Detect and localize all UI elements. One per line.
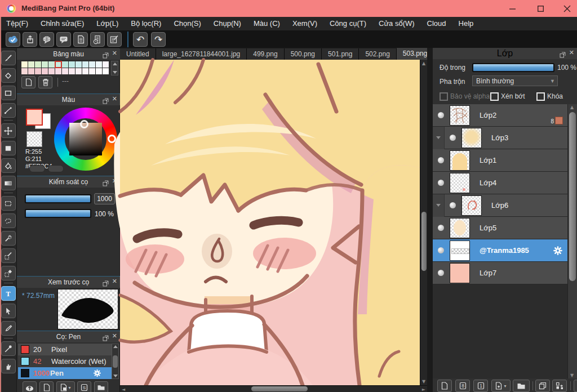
- tool-select-eraser[interactable]: [1, 266, 16, 280]
- color-mode-button-1[interactable]: [29, 165, 45, 172]
- close-icon[interactable]: ✕: [112, 95, 117, 103]
- new-layer-button[interactable]: [437, 380, 452, 392]
- tool-eraser[interactable]: [1, 68, 16, 83]
- foreground-color-swatch[interactable]: [26, 109, 43, 126]
- tool-soft-eraser[interactable]: [1, 321, 16, 336]
- hue-wheel[interactable]: [54, 108, 117, 171]
- scroll-up-icon[interactable]: ▲: [422, 61, 425, 66]
- palette-swatch-selected[interactable]: [55, 61, 61, 68]
- palette-swatch[interactable]: [103, 61, 109, 68]
- palette-swatch[interactable]: [69, 61, 75, 68]
- scroll-left-icon[interactable]: ◄: [122, 387, 125, 392]
- brush-folder-button[interactable]: [94, 381, 108, 392]
- tool-magic-wand[interactable]: [1, 231, 16, 246]
- palette-swatch[interactable]: [48, 61, 55, 68]
- brush-opacity-slider[interactable]: [25, 209, 91, 218]
- menu-cloud[interactable]: Cloud: [421, 17, 452, 30]
- tab-499[interactable]: 499.png: [247, 48, 284, 60]
- menu-view[interactable]: Xem(V): [286, 17, 323, 30]
- palette-swatch[interactable]: [28, 68, 34, 74]
- layer-folder-button[interactable]: [513, 380, 530, 392]
- merge-layer-button[interactable]: [552, 380, 567, 392]
- transparent-color-swatch[interactable]: [26, 131, 42, 147]
- canvas-viewport[interactable]: [120, 60, 420, 385]
- tab-501[interactable]: 501.png: [322, 48, 359, 60]
- palette-swatch[interactable]: [42, 61, 48, 68]
- palette-swatch[interactable]: [35, 61, 41, 68]
- blend-mode-select[interactable]: Bình thường ▼: [472, 75, 558, 86]
- tool-dot-pen[interactable]: [1, 103, 16, 118]
- cloud-sync-button[interactable]: [6, 32, 20, 47]
- palette-swatch[interactable]: [48, 68, 55, 74]
- tab-large-jpg[interactable]: large_1627811844001.jpg: [156, 48, 247, 60]
- layer-list-scrollbar[interactable]: ▲ ▼: [567, 104, 577, 378]
- palette-swatch[interactable]: [76, 61, 82, 68]
- menu-help[interactable]: Help: [452, 17, 480, 30]
- layer-row-tranma1985-selected[interactable]: @Tranma1985: [433, 239, 567, 262]
- brush-item-pen-selected[interactable]: 1000 Pen: [18, 367, 112, 379]
- tool-select-pen[interactable]: [1, 248, 16, 263]
- menu-select[interactable]: Chọn(S): [167, 17, 207, 30]
- lock-checkbox[interactable]: [536, 92, 545, 101]
- close-icon[interactable]: ✕: [569, 49, 574, 56]
- scrollbar-thumb[interactable]: [421, 212, 427, 271]
- new-8bit-layer-button[interactable]: 8: [455, 380, 470, 392]
- layer-settings-gear-icon[interactable]: [553, 246, 563, 258]
- layer-visibility-icon[interactable]: [438, 247, 444, 253]
- tool-move[interactable]: [1, 123, 16, 138]
- palette-swatch[interactable]: [55, 68, 61, 74]
- tool-eyedropper[interactable]: [1, 341, 16, 356]
- layer-visibility-icon[interactable]: [450, 202, 456, 208]
- menu-layer[interactable]: Lớp(L): [90, 17, 125, 30]
- undo-button[interactable]: ↶: [133, 32, 148, 47]
- layer-row-lop3[interactable]: Lớp3: [433, 127, 567, 149]
- menu-window[interactable]: Cửa sổ(W): [372, 17, 421, 30]
- minimize-button[interactable]: [499, 0, 525, 17]
- palette-swatch[interactable]: [62, 68, 68, 74]
- palette-swatch[interactable]: [76, 68, 82, 74]
- layer-visibility-icon[interactable]: [438, 270, 444, 276]
- menu-filter[interactable]: Bộ lọc(R): [125, 17, 167, 30]
- hue-indicator[interactable]: [108, 135, 116, 143]
- layer-visibility-icon[interactable]: [438, 157, 444, 163]
- close-icon[interactable]: ✕: [112, 50, 117, 57]
- new-palette-color-button[interactable]: [21, 76, 35, 88]
- brush-script-button[interactable]: S: [77, 381, 91, 392]
- brush-item-pixel[interactable]: 20 Pixel: [18, 344, 112, 355]
- comment-globe-button[interactable]: [39, 32, 54, 47]
- popout-icon[interactable]: [103, 96, 109, 106]
- scroll-down-icon[interactable]: ▼: [422, 379, 425, 384]
- popout-icon[interactable]: [103, 333, 109, 344]
- palette-swatch[interactable]: [28, 61, 34, 68]
- menu-color[interactable]: Màu (C): [247, 17, 286, 30]
- brush-item-watercolor[interactable]: 42 Watercolor (Wet): [18, 355, 112, 367]
- comment-button[interactable]: [56, 32, 71, 47]
- maximize-button[interactable]: [527, 0, 553, 17]
- tab-untitled[interactable]: Untitled: [120, 48, 156, 60]
- close-icon[interactable]: ✕: [112, 278, 117, 285]
- delete-palette-color-button[interactable]: [38, 76, 52, 88]
- close-button[interactable]: [554, 0, 577, 17]
- layer-row-lop7[interactable]: Lớp7: [433, 262, 567, 284]
- popout-icon[interactable]: [560, 50, 566, 60]
- brush-size-value[interactable]: 1000: [94, 193, 115, 204]
- palette-swatch[interactable]: [89, 61, 95, 68]
- compose-button[interactable]: [107, 32, 122, 47]
- palette-swatch[interactable]: [21, 68, 28, 74]
- palette-swatch[interactable]: [82, 68, 88, 74]
- duplicate-layer-button[interactable]: [535, 380, 550, 392]
- menu-snap[interactable]: Chụp(N): [207, 17, 247, 30]
- layer-visibility-icon[interactable]: [438, 225, 444, 231]
- scrollbar-thumb[interactable]: [569, 112, 576, 281]
- layer-visibility-icon[interactable]: [450, 135, 456, 141]
- document-button[interactable]: [73, 32, 88, 47]
- layer-visibility-icon[interactable]: [438, 112, 444, 118]
- canvas-vertical-scrollbar[interactable]: ▲ ▼: [420, 60, 427, 385]
- brush-cloud-upload-button[interactable]: [23, 381, 37, 392]
- brush-size-slider[interactable]: [25, 194, 91, 203]
- scrollbar-thumb[interactable]: [251, 386, 308, 391]
- layer-row-lop6[interactable]: Lớp6: [433, 194, 567, 217]
- palette-swatch[interactable]: [103, 68, 109, 74]
- tool-hand[interactable]: [1, 359, 16, 373]
- palette-swatch[interactable]: [96, 61, 102, 68]
